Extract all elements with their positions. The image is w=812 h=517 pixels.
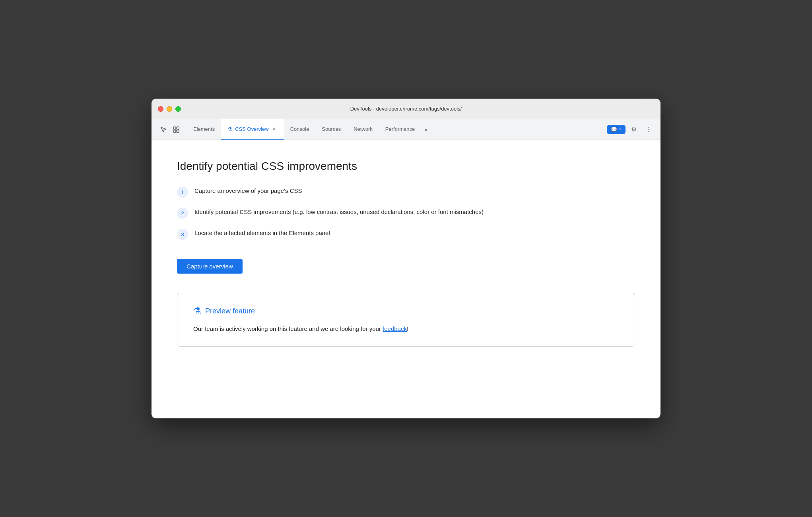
maximize-button[interactable]	[175, 106, 181, 112]
step-text-2: Identify potential CSS improvements (e.g…	[194, 207, 484, 217]
svg-rect-1	[177, 127, 179, 129]
devtools-content: Identify potential CSS improvements 1 Ca…	[152, 140, 660, 418]
preview-description: Our team is actively working on this fea…	[193, 324, 619, 334]
step-number-1: 1	[177, 187, 188, 198]
flask-icon: ⚗	[227, 126, 233, 132]
browser-window: DevTools - developer.chrome.com/tags/dev…	[152, 99, 660, 418]
cursor-icon-btn[interactable]	[158, 124, 169, 135]
feedback-link[interactable]: feedback	[383, 325, 407, 332]
tab-sources[interactable]: Sources	[315, 119, 347, 140]
tabs-overflow-button[interactable]: »	[421, 119, 431, 140]
step-item: 2 Identify potential CSS improvements (e…	[177, 207, 635, 219]
more-options-icon-btn[interactable]: ⋮	[642, 124, 654, 136]
devtools-tabbar: Elements ⚗ CSS Overview ✕ Console Source…	[152, 119, 660, 140]
titlebar: DevTools - developer.chrome.com/tags/dev…	[152, 99, 660, 119]
preview-card: ⚗ Preview feature Our team is actively w…	[177, 293, 635, 347]
preview-text-after: !	[407, 325, 408, 332]
more-icon: ⋮	[645, 126, 651, 133]
traffic-lights	[158, 106, 181, 112]
chat-icon: 💬	[611, 126, 617, 132]
close-button[interactable]	[158, 106, 163, 112]
svg-rect-0	[173, 127, 176, 129]
step-text-3: Locate the affected elements in the Elem…	[194, 228, 330, 238]
tab-console[interactable]: Console	[284, 119, 316, 140]
settings-icon-btn[interactable]: ⚙	[628, 124, 640, 136]
preview-flask-icon: ⚗	[193, 306, 201, 316]
step-number-3: 3	[177, 229, 188, 240]
svg-rect-2	[173, 130, 176, 132]
preview-text-before: Our team is actively working on this fea…	[193, 325, 383, 332]
step-number-2: 2	[177, 208, 188, 219]
preview-header: ⚗ Preview feature	[193, 306, 619, 316]
tab-css-overview[interactable]: ⚗ CSS Overview ✕	[221, 119, 284, 140]
step-item: 3 Locate the affected elements in the El…	[177, 228, 635, 240]
devtools-icon-group	[155, 119, 185, 140]
settings-icon: ⚙	[631, 126, 637, 133]
tabs-list: Elements ⚗ CSS Overview ✕ Console Source…	[187, 119, 604, 140]
page-title: Identify potential CSS improvements	[177, 159, 635, 173]
steps-list: 1 Capture an overview of your page's CSS…	[177, 186, 635, 240]
svg-rect-3	[177, 130, 179, 132]
tab-close-icon[interactable]: ✕	[271, 126, 278, 132]
minimize-button[interactable]	[167, 106, 172, 112]
tab-performance[interactable]: Performance	[379, 119, 421, 140]
url-bar: DevTools - developer.chrome.com/tags/dev…	[350, 106, 462, 112]
chat-badge[interactable]: 💬 1	[607, 125, 626, 134]
step-item: 1 Capture an overview of your page's CSS	[177, 186, 635, 198]
inspect-icon-btn[interactable]	[171, 124, 182, 135]
step-text-1: Capture an overview of your page's CSS	[194, 186, 302, 196]
preview-label: Preview feature	[205, 307, 255, 315]
tab-elements[interactable]: Elements	[187, 119, 221, 140]
capture-overview-button[interactable]: Capture overview	[177, 259, 243, 274]
devtools-right-controls: 💬 1 ⚙ ⋮	[604, 119, 657, 140]
tab-network[interactable]: Network	[347, 119, 379, 140]
